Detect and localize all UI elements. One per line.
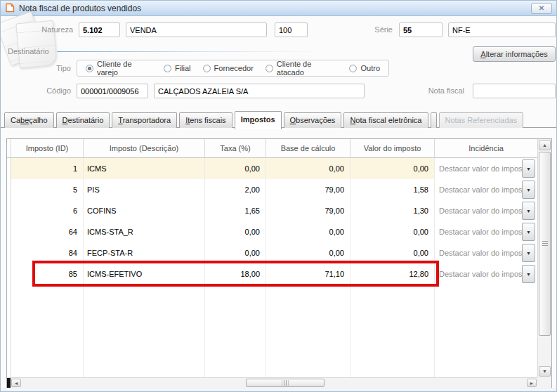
radio-filial[interactable]: Filial	[164, 64, 191, 72]
cell-base-de-calculo[interactable]: 79,00	[266, 200, 350, 221]
grid-filler	[350, 285, 435, 377]
grid-header-taxa[interactable]: Taxa (%)	[205, 139, 266, 158]
cell-taxa[interactable]: 1,65	[205, 200, 266, 221]
cliente-nome-field[interactable]	[154, 84, 365, 98]
dropdown-arrow-icon[interactable]: ▼	[522, 223, 535, 241]
nota-fiscal-window: Nota fiscal de produtos vendidos ✕ Natur…	[0, 0, 557, 392]
grid-filler	[84, 285, 205, 377]
dropdown-arrow-icon[interactable]: ▼	[522, 202, 535, 220]
cell-imposto-id[interactable]: 85	[11, 263, 84, 285]
radio-button-icon	[86, 65, 93, 72]
cell-imposto-id[interactable]: 1	[11, 158, 84, 179]
cell-incidencia-combo[interactable]: Destacar valor do imposto ▼	[435, 221, 537, 242]
tab-itens-fiscais[interactable]: Itens fiscais	[179, 112, 232, 128]
grid-filler	[435, 285, 537, 377]
cell-base-de-calculo[interactable]: 0,00	[266, 158, 350, 179]
cell-imposto-id[interactable]: 5	[11, 179, 84, 200]
cell-incidencia-combo[interactable]: Destacar valor do imposto ▼	[435, 179, 537, 200]
cell-valor-do-imposto[interactable]: 12,80	[350, 263, 435, 285]
grid-header-imposto-descricao[interactable]: Imposto (Descrição)	[84, 139, 205, 158]
vertical-scrollbar-thumb[interactable]	[539, 152, 551, 336]
cell-valor-do-imposto[interactable]: 0,00	[350, 242, 435, 263]
scrollbar-corner	[537, 377, 551, 388]
fixed-column-divider	[7, 378, 11, 388]
tab-impostos[interactable]: Impostos	[235, 111, 282, 129]
cell-imposto-descricao[interactable]: FECP-STA-R	[84, 242, 205, 263]
cell-imposto-descricao[interactable]: PIS	[84, 179, 205, 200]
tab-transportadora[interactable]: Transportadora	[112, 112, 177, 128]
cell-imposto-id[interactable]: 6	[11, 200, 84, 221]
cell-imposto-descricao[interactable]: COFINS	[84, 200, 205, 221]
cell-valor-do-imposto[interactable]: 1,30	[350, 200, 435, 221]
grid-filler	[11, 285, 84, 377]
cell-incidencia-combo[interactable]: Destacar valor do imposto ▼	[435, 200, 537, 221]
codigo-label: Código	[29, 84, 71, 98]
scroll-up-icon[interactable]: ▲	[539, 140, 551, 150]
radio-outro[interactable]: Outro	[349, 64, 380, 72]
cell-imposto-id[interactable]: 84	[11, 242, 84, 263]
cell-valor-do-imposto[interactable]: 0,00	[350, 158, 435, 179]
dropdown-arrow-icon[interactable]: ▼	[522, 244, 535, 262]
cell-taxa[interactable]: 18,00	[205, 263, 266, 285]
cell-taxa[interactable]: 0,00	[205, 158, 266, 179]
tipo-label: Tipo	[43, 61, 71, 76]
tab-nota-fiscal-eletronica[interactable]: Nota fiscal eletrônica	[343, 112, 428, 128]
scroll-down-icon[interactable]: ▼	[539, 366, 551, 377]
scroll-right-icon[interactable]: ►	[527, 379, 537, 387]
tab-cabecalho[interactable]: Cabeçalho	[4, 112, 54, 128]
scroll-left-icon[interactable]: ◄	[11, 379, 21, 387]
cell-base-de-calculo[interactable]: 0,00	[266, 221, 350, 242]
natureza-label: Natureza	[15, 22, 73, 37]
cell-imposto-id[interactable]: 64	[11, 221, 84, 242]
cell-imposto-descricao[interactable]: ICMS	[84, 158, 205, 179]
alterar-informacoes-button[interactable]: Alterar informações	[473, 46, 556, 62]
cell-taxa[interactable]: 0,00	[205, 242, 266, 263]
grid-header-valor-do-imposto[interactable]: Valor do imposto	[350, 139, 435, 158]
radio-button-icon	[349, 65, 357, 72]
radio-fornecedor[interactable]: Fornecedor	[203, 64, 254, 72]
impostos-grid: Imposto (ID) Imposto (Descrição) Taxa (%…	[6, 138, 552, 388]
group-separator-line	[57, 51, 324, 52]
dropdown-arrow-icon[interactable]: ▼	[522, 181, 535, 199]
serie-name-field[interactable]	[448, 22, 556, 37]
radio-button-icon	[203, 65, 211, 72]
dropdown-arrow-icon[interactable]: ▼	[522, 159, 535, 178]
window-bottom-edge	[1, 388, 556, 391]
close-button[interactable]: ✕	[531, 3, 552, 14]
cell-incidencia-combo[interactable]: Destacar valor do imposto ▼	[435, 158, 537, 179]
cell-valor-do-imposto[interactable]: 1,58	[350, 179, 435, 200]
tab-notas-referenciadas: Notas Referenciadas	[439, 112, 524, 128]
cell-base-de-calculo[interactable]: 79,00	[266, 179, 350, 200]
cell-imposto-descricao[interactable]: ICMS-STA_R	[84, 221, 205, 242]
serie-code-field[interactable]	[399, 22, 443, 37]
cell-taxa[interactable]: 0,00	[205, 221, 266, 242]
tab-observacoes[interactable]: Observações	[284, 112, 342, 128]
radio-cliente-de-varejo[interactable]: Cliente de varejo	[86, 60, 152, 77]
cell-base-de-calculo[interactable]: 71,10	[266, 263, 350, 285]
window-title: Nota fiscal de produtos vendidos	[19, 4, 141, 13]
horizontal-scrollbar-thumb[interactable]	[246, 379, 325, 387]
cell-incidencia-combo[interactable]: Destacar valor do imposto ▼	[435, 242, 537, 263]
titlebar: Nota fiscal de produtos vendidos ✕	[1, 1, 556, 16]
vertical-scrollbar[interactable]: ▲ ▼	[537, 139, 551, 377]
natureza-name-field[interactable]	[126, 22, 267, 37]
cell-base-de-calculo[interactable]: 0,00	[266, 242, 350, 263]
cell-taxa[interactable]: 2,00	[205, 179, 266, 200]
nota-fiscal-field[interactable]	[473, 84, 556, 98]
grid-header-imposto-id[interactable]: Imposto (ID)	[11, 139, 84, 158]
natureza-code-field[interactable]	[79, 22, 120, 37]
cell-imposto-descricao[interactable]: ICMS-EFETIVO	[84, 263, 205, 285]
horizontal-scrollbar[interactable]: ◄ ►	[7, 377, 537, 388]
radio-cliente-de-atacado[interactable]: Cliente de atacado	[266, 60, 338, 77]
grid-header-incidencia[interactable]: Incidência	[435, 139, 537, 158]
tab-destinatario[interactable]: Destinatário	[56, 112, 110, 128]
cell-incidencia-combo[interactable]: Destacar valor do imposto ▼	[435, 263, 537, 285]
cell-valor-do-imposto[interactable]: 0,00	[350, 221, 435, 242]
tab-spacer	[431, 112, 437, 128]
dropdown-arrow-icon[interactable]: ▼	[522, 265, 535, 283]
grid-header-base-de-calculo[interactable]: Base de cálculo	[266, 139, 350, 158]
codigo-field[interactable]	[77, 84, 148, 98]
natureza-number-field[interactable]	[275, 22, 308, 37]
thumb-grip-icon	[542, 241, 548, 247]
document-icon	[5, 3, 15, 14]
